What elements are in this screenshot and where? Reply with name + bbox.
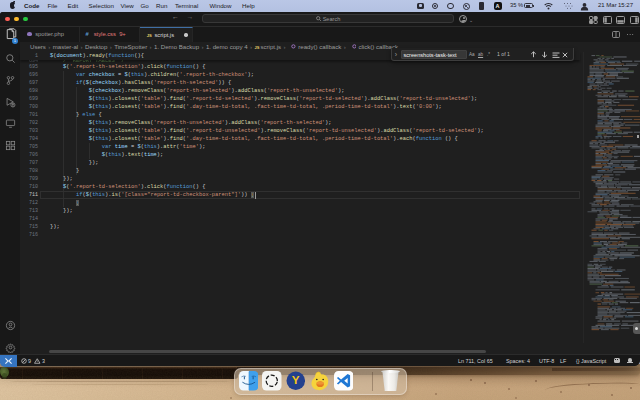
- svg-text:Y: Y: [291, 373, 299, 386]
